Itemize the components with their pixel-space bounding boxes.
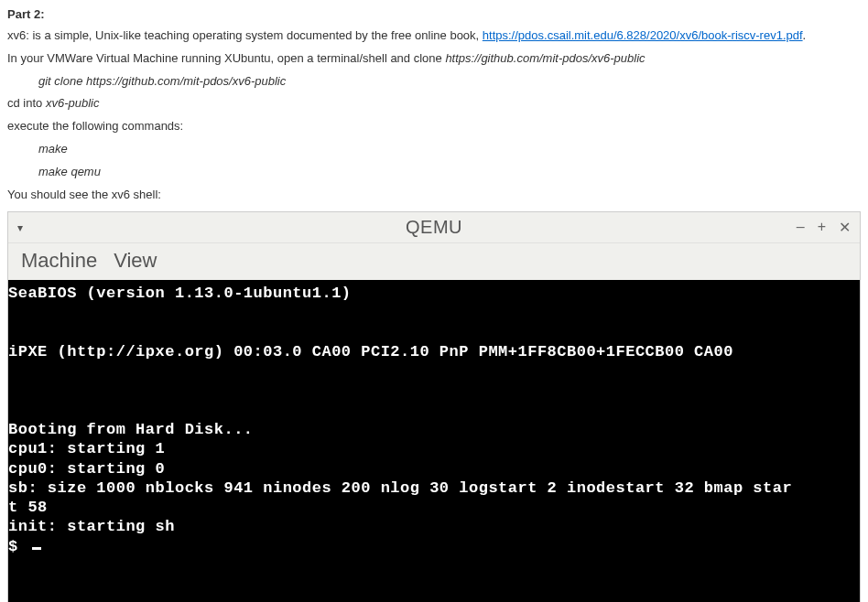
terminal-line: cpu1: starting 1	[8, 440, 165, 457]
terminal-line: cpu0: starting 0	[8, 460, 165, 478]
book-link[interactable]: https://pdos.csail.mit.edu/6.828/2020/xv…	[483, 28, 803, 42]
intro-line: xv6: is a simple, Unix-like teaching ope…	[7, 27, 861, 46]
close-button[interactable]: ✕	[839, 219, 851, 236]
maximize-button[interactable]: +	[818, 219, 826, 236]
qemu-window: ▾ QEMU – + ✕ Machine View SeaBIOS (versi…	[7, 211, 861, 602]
terminal-prompt: $	[8, 538, 27, 555]
terminal-line: iPXE (http://ipxe.org) 00:03.0 CA00 PCI2…	[8, 343, 733, 360]
clone-line: In your VMWare Virtual Machine running X…	[7, 49, 861, 69]
terminal-line: t 58	[8, 499, 48, 516]
cd-dir: xv6-public	[46, 96, 100, 110]
titlebar: ▾ QEMU – + ✕	[8, 212, 860, 243]
part2-heading: Part 2:	[7, 7, 861, 21]
terminal-output: SeaBIOS (version 1.13.0-1ubuntu1.1) iPXE…	[8, 280, 860, 602]
make-cmd: make	[7, 140, 861, 159]
window-menu-dropdown-icon[interactable]: ▾	[17, 221, 36, 234]
window-controls: – + ✕	[797, 219, 851, 236]
menu-machine[interactable]: Machine	[21, 249, 97, 273]
clone-url: https://github.com/mit-pdos/xv6-public	[445, 51, 645, 65]
terminal-line: sb: size 1000 nblocks 941 ninodes 200 nl…	[8, 479, 792, 497]
shell-line: You should see the xv6 shell:	[7, 186, 861, 205]
terminal-line: SeaBIOS (version 1.13.0-1ubuntu1.1)	[8, 285, 352, 302]
cd-line: cd into xv6-public	[7, 94, 861, 113]
cd-prefix: cd into	[7, 96, 46, 110]
cursor-icon	[32, 547, 41, 550]
window-title: QEMU	[406, 217, 462, 238]
terminal-line: Booting from Hard Disk...	[8, 421, 254, 438]
exec-line: execute the following commands:	[7, 117, 861, 136]
terminal-line: init: starting sh	[8, 518, 175, 535]
intro-text: xv6: is a simple, Unix-like teaching ope…	[7, 28, 483, 42]
menu-view[interactable]: View	[114, 249, 157, 273]
make-qemu-cmd: make qemu	[7, 163, 861, 182]
minimize-button[interactable]: –	[797, 219, 805, 236]
intro-suffix: .	[803, 28, 807, 42]
menubar: Machine View	[8, 243, 860, 280]
git-clone-cmd: git clone https://github.com/mit-pdos/xv…	[7, 72, 861, 91]
clone-text: In your VMWare Virtual Machine running X…	[7, 51, 445, 65]
